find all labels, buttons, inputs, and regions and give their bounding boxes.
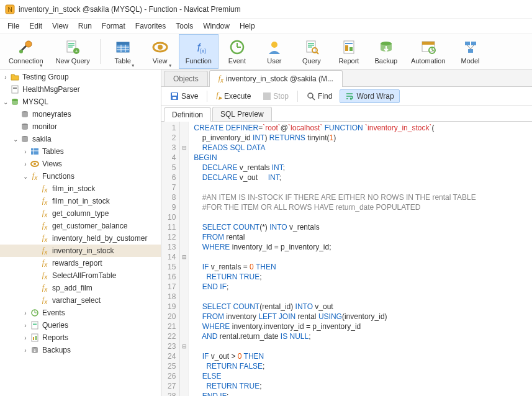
tree-item-sp-add-film[interactable]: fxsp_add_film	[0, 282, 161, 294]
code-line[interactable]: BEGIN	[194, 153, 532, 163]
line-number: 10	[161, 212, 179, 222]
menu-tools[interactable]: Tools	[171, 20, 198, 32]
backup-button[interactable]: Backup	[367, 34, 405, 69]
new-query-button[interactable]: +New Query	[50, 34, 96, 69]
fold-mark	[180, 192, 188, 202]
function-button[interactable]: f(x)Function	[179, 34, 219, 69]
tree-item-moneyrates[interactable]: moneyrates	[0, 108, 161, 120]
tab-sqlpreview[interactable]: SQL Preview	[212, 107, 272, 121]
expand-icon[interactable]: ›	[21, 322, 30, 329]
expand-icon[interactable]: ›	[21, 148, 30, 155]
find-button[interactable]: Find	[302, 90, 337, 102]
tree-item-events[interactable]: ›Events	[0, 307, 161, 319]
tree-item-monitor[interactable]: monitor	[0, 120, 161, 133]
code-line[interactable]	[194, 252, 532, 262]
code-line[interactable]: WHERE inventory_id = p_inventory_id;	[194, 242, 532, 252]
expand-icon[interactable]: ›	[21, 335, 30, 341]
code-line[interactable]: AND rental.return_date IS NULL;	[194, 331, 532, 341]
separator	[207, 91, 207, 102]
tree-item-get-column-type[interactable]: fxget_column_type	[0, 207, 161, 220]
execute-button[interactable]: f▸ Execute	[211, 88, 256, 104]
menu-help[interactable]: Help	[235, 20, 260, 32]
automation-button[interactable]: Automation	[405, 34, 452, 69]
expand-icon[interactable]: ⌄	[21, 173, 30, 180]
tree-item-varchar-select[interactable]: fxvarchar_select	[0, 294, 161, 307]
tab-current-function[interactable]: fx inventory_in_stock @sakila (M...	[209, 70, 343, 87]
expand-icon[interactable]: ›	[21, 161, 30, 168]
tree-item-healthmsgparser[interactable]: HealthMsgParser	[0, 83, 161, 96]
menu-run[interactable]: Run	[73, 20, 97, 32]
expand-icon[interactable]: ⌄	[11, 136, 20, 143]
tree-item-functions[interactable]: ⌄fxFunctions	[0, 170, 161, 182]
tree-item-film-in-stock[interactable]: fxfilm_in_stock	[0, 182, 161, 195]
connection-button[interactable]: Connection▼	[2, 34, 50, 69]
tab-definition[interactable]: Definition	[164, 107, 211, 122]
menu-window[interactable]: Window	[198, 20, 235, 32]
fold-mark[interactable]: ⊟	[180, 143, 188, 153]
code-line[interactable]: DECLARE v_rentals INT;	[194, 163, 532, 173]
code-line[interactable]: ELSE	[194, 371, 532, 381]
tree-item-selectallfromtable[interactable]: fxSelectAllFromTable	[0, 269, 161, 282]
code-line[interactable]: SELECT COUNT(rental_id) INTO v_out	[194, 302, 532, 312]
view-button[interactable]: View▼	[142, 34, 179, 69]
code-line[interactable]: READS SQL DATA	[194, 143, 532, 153]
wordwrap-button[interactable]: Word Wrap	[340, 89, 399, 103]
code-line[interactable]: IF v_rentals = 0 THEN	[194, 262, 532, 272]
tree-item-views[interactable]: ›Views	[0, 158, 161, 170]
expand-icon[interactable]: ›	[21, 310, 30, 317]
menu-edit[interactable]: Edit	[24, 20, 47, 32]
tree-item-get-customer-balance[interactable]: fxget_customer_balance	[0, 220, 161, 232]
fold-mark[interactable]: ⊟	[180, 252, 188, 262]
expand-icon[interactable]: ›	[21, 347, 30, 354]
menu-favorites[interactable]: Favorites	[130, 20, 171, 32]
expand-icon[interactable]: ›	[1, 74, 10, 81]
code-editor[interactable]: 1234567891011121314151617181920212223242…	[161, 122, 532, 396]
code-line[interactable]: RETURN TRUE;	[194, 381, 532, 391]
code-area[interactable]: CREATE DEFINER=`root`@`localhost` FUNCTI…	[189, 122, 532, 396]
code-line[interactable]	[194, 341, 532, 351]
tree-item-film-not-in-stock[interactable]: fxfilm_not_in_stock	[0, 195, 161, 207]
menu-view[interactable]: View	[47, 20, 73, 32]
save-button[interactable]: Save	[165, 90, 203, 102]
tree-item-rewards-report[interactable]: fxrewards_report	[0, 257, 161, 269]
code-line[interactable]: END IF;	[194, 391, 532, 396]
stop-button[interactable]: Stop	[258, 90, 294, 102]
tree-item-mysql[interactable]: ⌄MYSQL	[0, 96, 161, 108]
code-line[interactable]: FROM inventory LEFT JOIN rental USING(in…	[194, 312, 532, 322]
code-line[interactable]: RETURN TRUE;	[194, 272, 532, 282]
model-button[interactable]: Model	[452, 34, 489, 69]
tree-item-tables[interactable]: ›Tables	[0, 145, 161, 158]
tree-item-backups[interactable]: ›Backups	[0, 344, 161, 356]
code-line[interactable]: IF v_out > 0 THEN	[194, 351, 532, 361]
menu-format[interactable]: Format	[97, 20, 130, 32]
expand-icon[interactable]: ⌄	[1, 99, 10, 106]
event-button[interactable]: Event	[219, 34, 256, 69]
report-button[interactable]: Report	[330, 34, 367, 69]
tree-item-reports[interactable]: ›Reports	[0, 331, 161, 344]
code-line[interactable]: CREATE DEFINER=`root`@`localhost` FUNCTI…	[194, 123, 532, 133]
code-line[interactable]: END IF;	[194, 282, 532, 292]
code-line[interactable]: #FOR THE ITEM OR ALL ROWS HAVE return_da…	[194, 202, 532, 212]
menu-file[interactable]: File	[2, 20, 24, 32]
code-line[interactable]	[194, 182, 532, 192]
tab-objects[interactable]: Objects	[164, 71, 208, 86]
fxi-icon: fx	[40, 258, 50, 268]
tree-item-sakila[interactable]: ⌄sakila	[0, 133, 161, 145]
tree-item-inventory-in-stock[interactable]: fxinventory_in_stock	[0, 245, 161, 257]
code-line[interactable]: #AN ITEM IS IN-STOCK IF THERE ARE EITHER…	[194, 192, 532, 202]
tree-item-queries[interactable]: ›Queries	[0, 319, 161, 331]
fold-mark[interactable]: ⊟	[180, 341, 188, 351]
code-line[interactable]	[194, 292, 532, 302]
tree-item-inventory-held-by-customer[interactable]: fxinventory_held_by_customer	[0, 232, 161, 245]
code-line[interactable]: FROM rental	[194, 232, 532, 242]
code-line[interactable]: p_inventory_id INT) RETURNS tinyint(1)	[194, 133, 532, 143]
code-line[interactable]: SELECT COUNT(*) INTO v_rentals	[194, 222, 532, 232]
code-line[interactable]: RETURN FALSE;	[194, 361, 532, 371]
query-button[interactable]: Query	[293, 34, 330, 69]
code-line[interactable]: WHERE inventory.inventory_id = p_invento…	[194, 322, 532, 331]
tree-item-testing-group[interactable]: ›Testing Group	[0, 71, 161, 83]
code-line[interactable]	[194, 212, 532, 222]
code-line[interactable]: DECLARE v_out INT;	[194, 173, 532, 182]
table-button[interactable]: Table▼	[104, 34, 142, 69]
user-button[interactable]: User	[256, 34, 293, 69]
